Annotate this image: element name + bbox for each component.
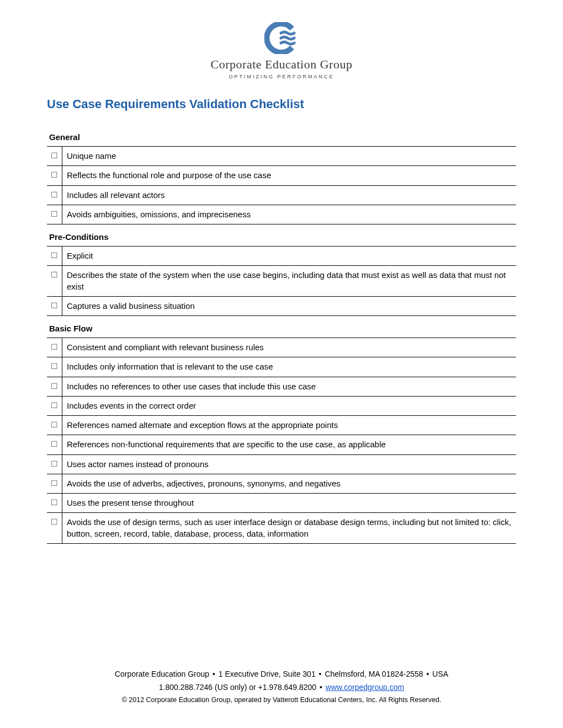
checkbox[interactable]: ☐: [47, 377, 62, 396]
checklist-row: ☐ Reflects the functional role and purpo…: [47, 166, 516, 185]
checklist-item-text: Describes the state of the system when t…: [62, 266, 516, 296]
company-name: Corporate Education Group: [211, 57, 353, 72]
footer-copyright: © 2012 Corporate Education Group, operat…: [47, 694, 516, 706]
checklist-item-text: Uses the present tense throughout: [62, 494, 516, 512]
checkbox[interactable]: ☐: [47, 474, 62, 493]
checkbox[interactable]: ☐: [47, 338, 62, 357]
checklist-row: ☐ References non-functional requirements…: [47, 435, 516, 454]
checklist-row: ☐ Consistent and compliant with relevant…: [47, 338, 516, 357]
checklist-item-text: Includes all relevant actors: [62, 186, 516, 205]
checklist-row: ☐ Explicit: [47, 247, 516, 266]
checklist-row: ☐ References named alternate and excepti…: [47, 416, 516, 435]
checkbox[interactable]: ☐: [47, 357, 62, 376]
checkbox[interactable]: ☐: [47, 247, 62, 265]
checklist-row: ☐ Includes events in the correct order: [47, 397, 516, 416]
checklist-item-text: Reflects the functional role and purpose…: [62, 166, 516, 185]
checklist-item-text: Includes no references to other use case…: [62, 377, 516, 396]
checklist-item-text: Includes only information that is releva…: [62, 357, 516, 376]
checklist-row: ☐ Avoids the use of adverbs, adjectives,…: [47, 474, 516, 494]
footer-country: USA: [432, 670, 448, 678]
checklist-item-text: Avoids the use of design terms, such as …: [62, 513, 516, 543]
checkbox[interactable]: ☐: [47, 494, 62, 512]
footer-phone-us: 1.800.288.7246 (US only): [159, 683, 247, 692]
checklist-item-text: Captures a valid business situation: [62, 297, 516, 315]
checklist-item-text: Includes events in the correct order: [62, 397, 516, 415]
checklist-row: ☐ Avoids the use of design terms, such a…: [47, 513, 516, 544]
checklist-item-text: Avoids the use of adverbs, adjectives, p…: [62, 474, 516, 493]
checklist-row: ☐ Includes no references to other use ca…: [47, 377, 516, 397]
checklist-content: General ☐ Unique name ☐ Reflects the fun…: [47, 128, 516, 544]
checklist-row: ☐ Avoids ambiguities, omissions, and imp…: [47, 205, 516, 224]
checklist-row: ☐ Describes the state of the system when…: [47, 266, 516, 297]
footer-website-link[interactable]: www.corpedgroup.com: [326, 683, 404, 692]
checkbox[interactable]: ☐: [47, 416, 62, 435]
checkbox[interactable]: ☐: [47, 397, 62, 415]
checklist-item-text: Unique name: [62, 147, 516, 165]
checkbox[interactable]: ☐: [47, 166, 62, 185]
company-tagline: OPTIMIZING PERFORMANCE: [229, 74, 334, 79]
footer-address-line: Corporate Education Group • 1 Executive …: [47, 668, 516, 681]
footer-address: 1 Executive Drive, Suite 301: [219, 670, 316, 678]
footer-city: Chelmsford, MA 01824-2558: [325, 670, 423, 678]
footer-phone-line: 1.800.288.7246 (US only) or +1.978.649.8…: [47, 681, 516, 694]
section-heading-basicflow: Basic Flow: [47, 316, 516, 338]
checklist-row: ☐ Captures a valid business situation: [47, 297, 516, 316]
footer-company: Corporate Education Group: [115, 670, 209, 678]
checkbox[interactable]: ☐: [47, 513, 62, 543]
checklist-row: ☐ Uses the present tense throughout: [47, 494, 516, 513]
page-footer: Corporate Education Group • 1 Executive …: [47, 668, 516, 711]
checkbox[interactable]: ☐: [47, 297, 62, 315]
checkbox[interactable]: ☐: [47, 455, 62, 474]
checkbox[interactable]: ☐: [47, 435, 62, 454]
checklist-row: ☐ Uses actor names instead of pronouns: [47, 455, 516, 474]
checkbox[interactable]: ☐: [47, 186, 62, 205]
checkbox[interactable]: ☐: [47, 266, 62, 296]
checklist-item-text: References named alternate and exception…: [62, 416, 516, 435]
logo-icon: [264, 22, 299, 54]
footer-or: or: [247, 683, 258, 692]
checklist-item-text: Consistent and compliant with relevant b…: [62, 338, 516, 357]
checklist-item-text: Uses actor names instead of pronouns: [62, 455, 516, 474]
checklist-item-text: Avoids ambiguities, omissions, and impre…: [62, 205, 516, 224]
section-heading-preconditions: Pre-Conditions: [47, 224, 516, 247]
logo-area: Corporate Education Group OPTIMIZING PER…: [47, 22, 516, 79]
checklist-row: ☐ Includes all relevant actors: [47, 186, 516, 205]
checklist-row: ☐ Includes only information that is rele…: [47, 357, 516, 377]
checklist-item-text: References non-functional requirements t…: [62, 435, 516, 454]
checkbox[interactable]: ☐: [47, 205, 62, 224]
checklist-item-text: Explicit: [62, 247, 516, 265]
checkbox[interactable]: ☐: [47, 147, 62, 165]
footer-phone-intl: +1.978.649.8200: [258, 683, 317, 692]
section-heading-general: General: [47, 128, 516, 147]
page-title: Use Case Requirements Validation Checkli…: [47, 97, 516, 111]
checklist-row: ☐ Unique name: [47, 147, 516, 166]
